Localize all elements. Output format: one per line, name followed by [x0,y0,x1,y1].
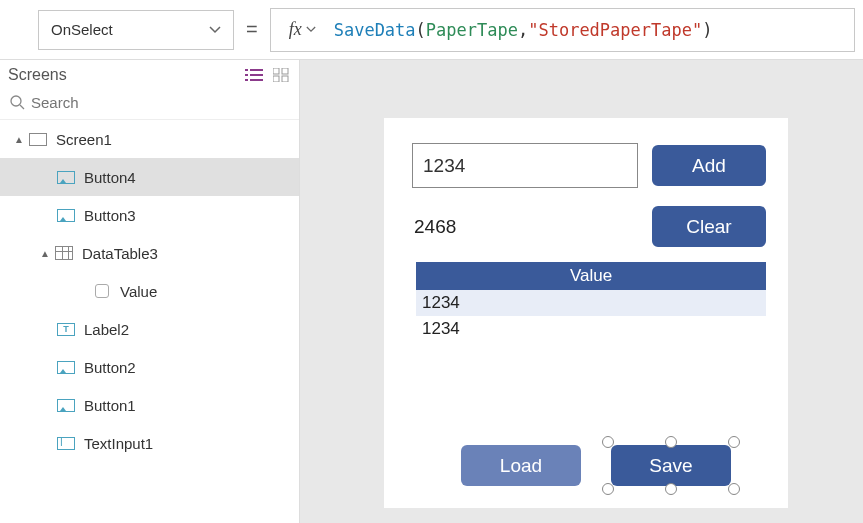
app-canvas[interactable]: Add 2468 Clear Value 1234 1234 Load Save [384,118,788,508]
data-table[interactable]: Value 1234 1234 [416,262,766,342]
tree-item-button1[interactable]: Button1 [0,386,299,424]
property-dropdown[interactable]: OnSelect [38,10,234,50]
tree-label: Button4 [84,169,136,186]
search-row [0,90,299,120]
tree-label: Button1 [84,397,136,414]
property-name: OnSelect [51,21,113,38]
svg-rect-1 [250,69,263,71]
fx-icon[interactable]: fx [279,19,316,40]
svg-rect-4 [245,79,248,81]
table-icon [55,246,73,260]
formula-token-ident: PaperTape [426,20,518,40]
clear-button[interactable]: Clear [652,206,766,247]
svg-rect-2 [245,74,248,76]
svg-line-11 [20,105,24,109]
load-button[interactable]: Load [461,445,581,486]
search-input[interactable] [31,94,289,111]
table-row[interactable]: 1234 [416,316,766,342]
sum-label: 2468 [414,216,456,238]
button-icon [57,399,75,412]
resize-handle[interactable] [665,436,677,448]
formula-bar: OnSelect = fx SaveData ( PaperTape , "St… [0,0,863,60]
tree-label: Label2 [84,321,129,338]
tree-label: Screen1 [56,131,112,148]
equals-sign: = [242,18,262,41]
svg-rect-3 [250,74,263,76]
canvas-area[interactable]: Add 2468 Clear Value 1234 1234 Load Save [300,60,863,523]
panel-header: Screens [0,60,299,90]
tree-item-button2[interactable]: Button2 [0,348,299,386]
resize-handle[interactable] [602,483,614,495]
svg-rect-9 [282,76,288,82]
svg-rect-0 [245,69,248,71]
textinput-icon [57,437,75,450]
formula-token-func: SaveData [334,20,416,40]
tree-item-datatable3[interactable]: ▲ DataTable3 [0,234,299,272]
tree-item-textinput1[interactable]: TextInput1 [0,424,299,462]
formula-token-string: "StoredPaperTape" [528,20,702,40]
table-row[interactable]: 1234 [416,290,766,316]
tree-label: DataTable3 [82,245,158,262]
tree-item-value-column[interactable]: Value [0,272,299,310]
resize-handle[interactable] [602,436,614,448]
panel-title: Screens [8,66,67,84]
svg-point-10 [11,96,21,106]
expander-icon[interactable]: ▲ [14,134,28,145]
grid-view-icon[interactable] [273,68,289,82]
chevron-down-icon [209,26,221,34]
table-header[interactable]: Value [416,262,766,290]
tree-label: Value [120,283,157,300]
search-icon [10,95,25,110]
save-button-label: Save [649,455,692,477]
button-icon [57,171,75,184]
tree-label: Button2 [84,359,136,376]
resize-handle[interactable] [728,436,740,448]
tree-item-button4[interactable]: Button4 [0,158,299,196]
resize-handle[interactable] [728,483,740,495]
button-icon [57,209,75,222]
expander-icon[interactable]: ▲ [40,248,54,259]
svg-rect-7 [282,68,288,74]
svg-rect-6 [273,68,279,74]
tree-item-screen1[interactable]: ▲ Screen1 [0,120,299,158]
label-icon: T [57,323,75,336]
tree-item-button3[interactable]: Button3 [0,196,299,234]
control-tree: ▲ Screen1 Button4 Button3 ▲ DataTable3 V… [0,120,299,523]
tree-label: Button3 [84,207,136,224]
value-input[interactable] [412,143,638,188]
svg-rect-5 [250,79,263,81]
formula-input[interactable]: fx SaveData ( PaperTape , "StoredPaperTa… [270,8,855,52]
tree-label: TextInput1 [84,435,153,452]
tree-item-label2[interactable]: T Label2 [0,310,299,348]
svg-rect-8 [273,76,279,82]
field-icon [95,284,109,298]
button-icon [57,361,75,374]
save-button[interactable]: Save [611,445,731,486]
list-view-icon[interactable] [245,68,263,82]
tree-view-panel: Screens [0,60,300,523]
screen-icon [29,133,47,146]
resize-handle[interactable] [665,483,677,495]
add-button[interactable]: Add [652,145,766,186]
